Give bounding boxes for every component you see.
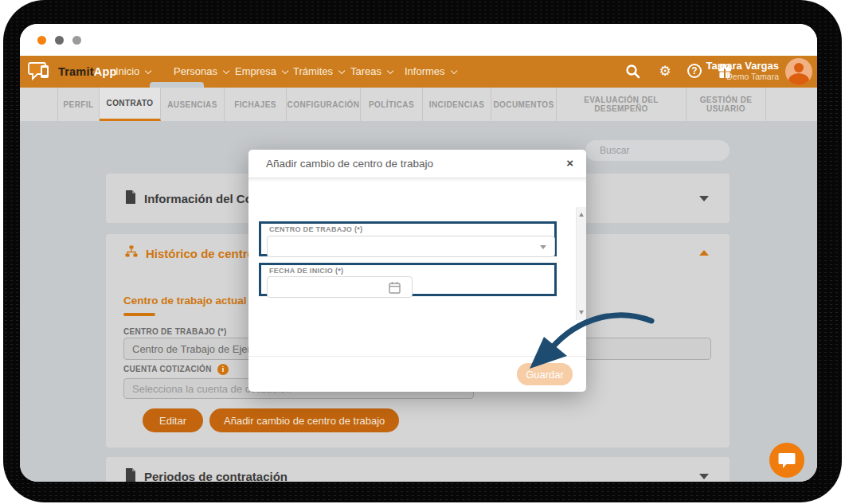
avatar[interactable] xyxy=(785,58,812,85)
modal-header: Añadir cambio de centro de trabajo × xyxy=(248,150,586,178)
tab-ausencias[interactable]: AUSENCIAS xyxy=(161,88,225,121)
modal-start-date-label: FECHA DE INICIO (*) xyxy=(269,267,343,275)
hiring-periods-card-header[interactable]: Periodos de contratación xyxy=(106,457,730,482)
scroll-up-icon[interactable] xyxy=(579,213,584,217)
collapse-caret-icon[interactable] xyxy=(699,474,709,479)
tab-documentos[interactable]: DOCUMENTOS xyxy=(491,88,557,121)
help-icon[interactable]: ? xyxy=(687,64,703,80)
traffic-light-minimize[interactable] xyxy=(55,36,64,45)
nav-item-empresa[interactable]: Empresa xyxy=(235,56,286,88)
tab-gestion-de-usuario[interactable]: GESTIÓN DE USUARIO xyxy=(687,88,766,121)
tramitapp-logo-icon xyxy=(28,58,55,85)
org-hierarchy-icon xyxy=(125,245,138,261)
chevron-down-icon xyxy=(338,68,345,74)
hiring-periods-card: Periodos de contratación xyxy=(106,457,730,482)
document-icon xyxy=(125,468,136,483)
active-nav-indicator xyxy=(150,82,204,88)
chevron-down-icon xyxy=(387,68,393,74)
scroll-down-icon[interactable] xyxy=(579,311,584,315)
add-work-center-change-button[interactable]: Añadir cambio de centro de trabajo xyxy=(209,408,399,432)
modal-title: Añadir cambio de centro de trabajo xyxy=(266,158,433,170)
tab-perfil[interactable]: PERFIL xyxy=(58,88,100,121)
chevron-down-icon xyxy=(450,68,456,74)
modal-body: CENTRO DE TRABAJO (*) FECHA DE INICIO (*… xyxy=(248,178,586,356)
tab-fichajes[interactable]: FICHAJES xyxy=(225,88,287,121)
chevron-down-icon xyxy=(223,68,229,74)
tab-politicas[interactable]: POLÍTICAS xyxy=(361,88,423,121)
tab-configuracion[interactable]: CONFIGURACIÓN xyxy=(287,88,361,121)
section-title: Centro de trabajo actual xyxy=(123,295,247,307)
user-menu[interactable]: Tamara Vargas Demo Tamara xyxy=(706,60,779,81)
app-logo[interactable]: TramitApp xyxy=(28,60,117,84)
dropdown-caret-icon xyxy=(540,245,546,249)
info-icon[interactable]: i xyxy=(217,364,229,375)
tab-incidencias[interactable]: INCIDENCIAS xyxy=(423,88,491,121)
chat-bubble-icon[interactable] xyxy=(769,443,804,478)
settings-gear-icon[interactable]: ⚙ xyxy=(657,64,673,80)
contribution-account-label: CUENTA COTIZACIÓN xyxy=(123,365,212,373)
nav-item-informes[interactable]: Informes xyxy=(405,56,455,88)
work-center-label: CENTRO DE TRABAJO (*) xyxy=(123,327,227,336)
modal-work-center-label: CENTRO DE TRABAJO (*) xyxy=(269,225,362,233)
app-logo-text: TramitApp xyxy=(58,65,117,78)
traffic-light-maximize[interactable] xyxy=(72,36,81,45)
save-button[interactable]: Guardar xyxy=(517,363,573,385)
modal-scrollbar[interactable] xyxy=(576,207,586,320)
chevron-down-icon xyxy=(282,68,288,74)
document-icon xyxy=(125,190,136,207)
search-icon[interactable] xyxy=(625,64,641,80)
nav-item-tareas[interactable]: Tareas xyxy=(350,56,391,88)
start-date-input[interactable] xyxy=(267,276,413,298)
traffic-light-close[interactable] xyxy=(37,36,46,45)
app-header: TramitApp Inicio Personas Empresa Trámit… xyxy=(20,56,817,88)
user-name: Tamara Vargas xyxy=(706,60,779,72)
nav-item-inicio[interactable]: Inicio xyxy=(115,56,149,88)
tab-contrato[interactable]: CONTRATO xyxy=(100,88,161,121)
calendar-icon[interactable] xyxy=(389,281,401,297)
card-title: Periodos de contratación xyxy=(144,470,288,483)
user-role: Demo Tamara xyxy=(706,72,779,81)
close-icon[interactable]: × xyxy=(566,156,573,170)
search-input[interactable] xyxy=(585,140,730,161)
tab-evaluacion-del-desempeno[interactable]: EVALUACIÓN DEL DESEMPEÑO xyxy=(557,88,687,121)
modal-footer: Guardar xyxy=(248,356,586,392)
add-work-center-change-modal: Añadir cambio de centro de trabajo × CEN… xyxy=(248,150,586,392)
edit-button[interactable]: Editar xyxy=(143,408,203,432)
window-titlebar xyxy=(20,24,817,56)
collapse-caret-icon[interactable] xyxy=(699,196,709,201)
nav-item-tramites[interactable]: Trámites xyxy=(293,56,342,88)
work-center-select[interactable] xyxy=(267,236,555,257)
expand-caret-icon[interactable] xyxy=(699,250,709,256)
section-underline xyxy=(123,313,155,316)
profile-tab-bar: PERFIL CONTRATO AUSENCIAS FICHAJES CONFI… xyxy=(20,88,817,121)
chevron-down-icon xyxy=(145,68,151,74)
